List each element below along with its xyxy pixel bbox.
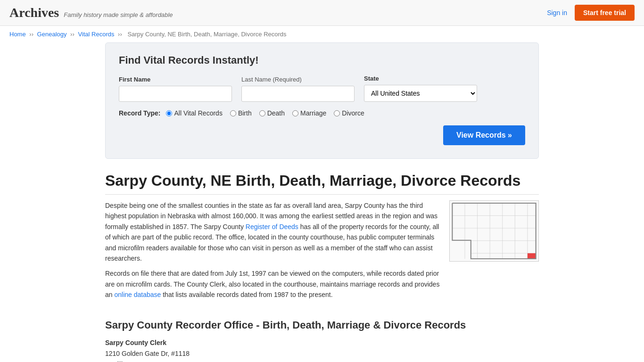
record-type-divorce[interactable]: Divorce — [334, 109, 364, 117]
recorder-section: Sarpy County Recorder Office - Birth, De… — [105, 319, 539, 362]
page-title: Sarpy County, NE Birth, Death, Marriage,… — [105, 172, 539, 195]
record-type-marriage-radio[interactable] — [292, 110, 298, 116]
header-right: Sign in Start free trial — [547, 5, 635, 21]
record-type-death[interactable]: Death — [259, 109, 285, 117]
recorder-section-title: Sarpy County Recorder Office - Birth, De… — [105, 319, 539, 331]
breadcrumb: Home ›› Genealogy ›› Vital Records ›› Sa… — [0, 26, 644, 42]
state-group: State All United States — [364, 75, 477, 102]
search-title: Find Vital Records Instantly! — [119, 54, 525, 66]
breadcrumb-home[interactable]: Home — [9, 31, 26, 38]
site-logo: Archives — [9, 5, 59, 20]
record-type-label: Record Type: — [119, 109, 160, 117]
address-line1: 1210 Golden Gate Dr, #1118 — [105, 350, 190, 357]
record-type-death-radio[interactable] — [259, 110, 265, 116]
county-map — [449, 200, 539, 262]
main-content: Find Vital Records Instantly! First Name… — [96, 42, 548, 362]
state-label: State — [364, 75, 477, 82]
first-name-group: First Name — [119, 76, 232, 102]
record-type-row: Record Type: All Vital Records Birth Dea… — [119, 109, 525, 117]
search-fields: First Name Last Name (Required) State Al… — [119, 75, 525, 102]
breadcrumb-genealogy[interactable]: Genealogy — [37, 31, 67, 38]
breadcrumb-sep1: ›› — [29, 31, 35, 38]
breadcrumb-sep3: ›› — [118, 31, 124, 38]
state-select[interactable]: All United States — [364, 85, 477, 102]
search-box: Find Vital Records Instantly! First Name… — [105, 42, 539, 159]
body-paragraph-2: Records on file there that are dated fro… — [105, 268, 440, 300]
county-clerk-name: Sarpy County Clerk — [105, 339, 539, 346]
body-text-content: Despite being one of the smallest counti… — [105, 200, 440, 305]
sign-in-link[interactable]: Sign in — [547, 9, 567, 16]
breadcrumb-vital-records[interactable]: Vital Records — [78, 31, 114, 38]
body-text-section: Despite being one of the smallest counti… — [105, 200, 539, 305]
header-left: Archives Family history made simple & af… — [9, 5, 173, 20]
last-name-group: Last Name (Required) — [241, 76, 355, 102]
last-name-label: Last Name (Required) — [241, 76, 355, 83]
first-name-label: First Name — [119, 76, 232, 83]
breadcrumb-sep2: ›› — [70, 31, 76, 38]
record-type-birth-radio[interactable] — [230, 110, 236, 116]
svg-rect-12 — [528, 253, 536, 259]
site-tagline: Family history made simple & affordable — [64, 11, 173, 18]
online-database-link[interactable]: online database — [114, 291, 161, 298]
start-free-trial-button[interactable]: Start free trial — [575, 5, 635, 21]
county-clerk-block: Sarpy County Clerk 1210 Golden Gate Dr, … — [105, 339, 539, 362]
register-of-deeds-link[interactable]: Register of Deeds — [246, 223, 298, 230]
record-type-marriage[interactable]: Marriage — [292, 109, 326, 117]
record-type-all-radio[interactable] — [166, 110, 172, 116]
record-type-divorce-radio[interactable] — [334, 110, 340, 116]
body-paragraph-1: Despite being one of the smallest counti… — [105, 200, 440, 263]
last-name-input[interactable] — [241, 86, 355, 102]
county-clerk-address: 1210 Golden Gate Dr, #1118 Papillion, NE… — [105, 348, 539, 362]
first-name-input[interactable] — [119, 86, 232, 102]
site-header: Archives Family history made simple & af… — [0, 0, 644, 26]
record-type-all[interactable]: All Vital Records — [166, 109, 222, 117]
search-bottom: View Records » — [119, 125, 525, 145]
view-records-button[interactable]: View Records » — [443, 125, 525, 145]
record-type-birth[interactable]: Birth — [230, 109, 252, 117]
breadcrumb-current: Sarpy County, NE Birth, Death, Marriage,… — [127, 31, 286, 38]
svg-rect-0 — [450, 201, 538, 261]
